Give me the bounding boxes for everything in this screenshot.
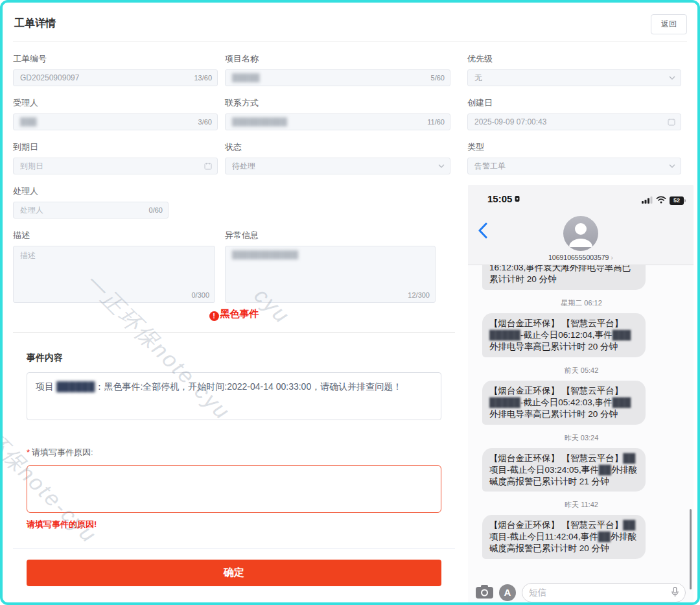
black-event-banner: !黑色事件 <box>13 298 455 332</box>
project-name-counter: 5/60 <box>431 74 445 82</box>
sms-text-input: 短信 <box>522 583 686 602</box>
confirm-button[interactable]: 确定 <box>27 560 441 586</box>
chevron-down-icon <box>669 76 675 80</box>
exception-info-label: 异常信息 <box>225 230 436 241</box>
project-name-value: █████ <box>232 73 260 82</box>
reason-textarea[interactable] <box>27 465 441 513</box>
type-select[interactable]: 告警工单 <box>467 158 681 174</box>
sms-bubble-text: -截止今日06:12:04,事件 <box>520 330 612 340</box>
sms-bubble: 【烟台金正环保】 【智慧云平台】██项目-截止今日11:42:04,事件██外排… <box>482 515 646 559</box>
censored-text: ██ <box>623 520 635 530</box>
battery-icon: 52 <box>670 196 686 205</box>
chevron-down-icon <box>438 164 445 168</box>
calendar-icon <box>204 162 212 170</box>
sms-timestamp: 昨天 11:42 <box>482 500 681 510</box>
priority-label: 优先级 <box>467 53 681 65</box>
handler-input[interactable]: 处理人 0/60 <box>13 202 169 219</box>
avatar <box>563 216 598 251</box>
censored-text: ██ <box>623 453 635 463</box>
divider <box>13 332 455 333</box>
sms-bubble-text: 【烟台金正环保】 【智慧云平台】 <box>489 453 623 463</box>
black-event-title: 黑色事件 <box>220 308 259 319</box>
priority-value: 无 <box>474 73 482 84</box>
order-no-label: 工单编号 <box>13 53 218 65</box>
scrollbar <box>690 509 692 589</box>
order-no-counter: 13/60 <box>194 74 212 82</box>
status-select[interactable]: 待处理 <box>225 158 450 174</box>
sms-bubble-text: 项目-截止今日11:42:04,事件 <box>489 532 598 541</box>
sms-bubble-text: 外排电导率高已累计计时 20 分钟 <box>489 342 618 351</box>
required-asterisk: * <box>27 447 30 457</box>
censored-text: ██ <box>599 465 611 475</box>
sms-message-list: 16:12:03,事件袁大滩外排电导率高已累计计时 20 分钟星期二 06:12… <box>482 265 681 580</box>
created-date-input: 2025-09-09 07:00:43 <box>467 113 681 130</box>
page-title: 工单详情 <box>14 17 56 30</box>
contact-value: ██████████ <box>232 117 287 126</box>
chevron-down-icon <box>669 164 675 168</box>
calendar-icon <box>668 118 675 126</box>
back-button[interactable]: 返回 <box>651 14 687 34</box>
status-time: 15:05 <box>487 193 520 204</box>
status-time-text: 15:05 <box>487 193 512 204</box>
contact-counter: 11/60 <box>427 118 445 126</box>
order-no-value: GD20250909097 <box>20 73 79 82</box>
camera-icon <box>476 585 493 601</box>
sms-bubble: 16:12:03,事件袁大滩外排电导率高已累计计时 20 分钟 <box>482 265 646 290</box>
alert-icon: ! <box>209 311 219 321</box>
type-label: 类型 <box>467 141 681 153</box>
censored-text: ███ <box>612 397 631 407</box>
due-date-label: 到期日 <box>13 141 218 153</box>
handler-counter: 0/60 <box>149 206 163 214</box>
divider <box>13 548 455 549</box>
event-content-text: 项目 <box>36 381 56 392</box>
chevron-right-icon: › <box>611 254 613 261</box>
event-content-text: ：黑色事件:全部停机，开始时间:2022-04-14 00:33:00，请确认并… <box>95 381 402 392</box>
sms-header: 15:05 52 1069106555003579 › <box>468 185 694 265</box>
signal-icon <box>642 195 653 206</box>
censored-text: ███ <box>612 330 631 340</box>
back-chevron-icon <box>478 222 487 239</box>
event-content-box: 项目 ██████：黑色事件:全部停机，开始时间:2022-04-14 00:3… <box>27 372 441 420</box>
description-placeholder: 描述 <box>20 250 36 261</box>
sms-bubble: 【烟台金正环保】 【智慧云平台】██项目-截止今日03:24:05,事件██外排… <box>482 448 646 492</box>
due-date-placeholder: 到期日 <box>20 161 43 172</box>
priority-select[interactable]: 无 <box>467 69 681 86</box>
exception-info-value: ████████████ <box>232 250 298 259</box>
exception-info-textarea: ████████████ 12/300 <box>225 246 436 303</box>
sms-input-placeholder: 短信 <box>529 587 546 599</box>
type-value: 告警工单 <box>474 161 506 172</box>
acceptor-counter: 3/60 <box>198 118 212 126</box>
sms-bubble: 【烟台金正环保】 【智慧云平台】█████-截止今日05:42:03,事件███… <box>482 381 646 425</box>
description-textarea[interactable]: 描述 0/300 <box>13 246 215 303</box>
censored-text: ██ <box>598 532 611 541</box>
description-label: 描述 <box>13 230 215 241</box>
battery-percent: 52 <box>670 196 684 205</box>
sms-bubble-text: 【烟台金正环保】 【智慧云平台】 <box>489 386 623 396</box>
sms-timestamp: 前天 05:42 <box>482 366 681 375</box>
contact-input: ██████████ 11/60 <box>225 113 450 130</box>
status-value: 待处理 <box>232 161 255 172</box>
due-date-input[interactable]: 到期日 <box>13 158 218 174</box>
wifi-icon <box>656 195 666 206</box>
handler-placeholder: 处理人 <box>20 205 43 216</box>
reason-label: *请填写事件原因: <box>27 447 441 458</box>
sms-bubble-text: -截止今日05:42:03,事件 <box>520 397 612 407</box>
handler-label: 处理人 <box>13 185 169 197</box>
sms-bubble-text: 外排电导率高已累计计时 20 分钟 <box>489 409 618 419</box>
created-date-label: 创建日 <box>467 97 681 109</box>
sms-bubble-text: 16:12:03,事件袁大滩外排电导率高已累计计时 20 分钟 <box>489 265 631 284</box>
acceptor-value: ███ <box>20 117 37 126</box>
acceptor-label: 受理人 <box>13 97 218 109</box>
sms-timestamp: 星期二 06:12 <box>482 298 681 308</box>
contact-label: 联系方式 <box>225 97 450 109</box>
project-name-input: █████ 5/60 <box>225 69 450 86</box>
page-card: 工单详情 返回 工单编号 GD20250909097 13/60 项目名称 ██… <box>0 0 700 605</box>
created-date-value: 2025-09-09 07:00:43 <box>474 117 546 126</box>
appstore-icon: A <box>499 584 516 601</box>
sms-bubble: 【烟台金正环保】 【智慧云平台】█████-截止今日06:12:04,事件███… <box>482 313 646 357</box>
status-lock-icon <box>515 193 520 204</box>
microphone-icon <box>671 587 679 599</box>
project-name-label: 项目名称 <box>225 53 450 65</box>
status-label: 状态 <box>225 141 450 153</box>
order-no-input: GD20250909097 13/60 <box>13 69 218 86</box>
